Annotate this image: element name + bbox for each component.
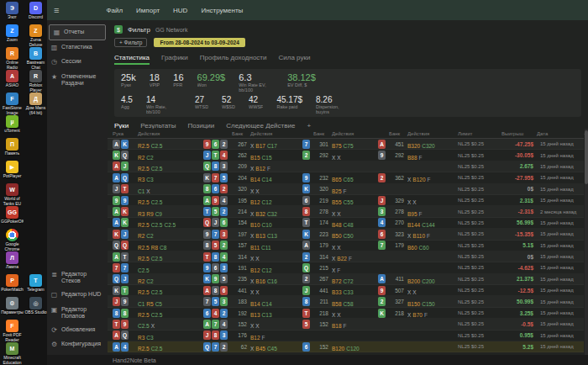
summary-row-2: 4.5Agg14Win Rate, bb/10027WTSD52W$SD42WW… <box>121 95 575 115</box>
sidebar-item-marked-hands[interactable]: ★Отмеченные Раздачи <box>47 70 108 90</box>
action-token: F <box>424 312 428 318</box>
limit-cell: NL25 $0.25 <box>458 344 501 349</box>
date-range-chip[interactable]: From 28-08-2024 to 03-09-2024 <box>154 38 244 47</box>
sidebar-item-configuration[interactable]: ⚙Конфигурация <box>47 337 108 352</box>
river-pot: 323 <box>389 231 407 237</box>
hole-cards: AK <box>113 140 138 149</box>
flop-pot: 267 <box>232 141 250 147</box>
desktop-icon-bastream[interactable]: BBastream Chat <box>24 47 47 71</box>
desktop-icon-foxit[interactable]: FFoxit PDF Reader <box>1 320 24 343</box>
sidebar-item-updates[interactable]: ⟳Обновления <box>47 323 108 337</box>
flop-cards: A86 <box>203 286 232 295</box>
marked-hands-icon: ★ <box>50 73 58 81</box>
add-filter-button[interactable]: + Фильтр <box>114 38 147 47</box>
hand-row[interactable]: A4R2.5C2.5Q7262XB45C456152B120C120NL25 $… <box>108 341 584 352</box>
desktop-icon-ggpokerok[interactable]: GGGGPokerOK <box>1 206 24 225</box>
menu-hud[interactable]: HUD <box>173 7 187 14</box>
stat-wtsd: 27WTSD <box>195 95 208 109</box>
river-pot: 292 <box>389 152 407 158</box>
card-chip: 8 <box>121 309 129 318</box>
sidebar-item-reports[interactable]: ▦Отчеты <box>49 24 106 40</box>
sidebar-item-statistics[interactable]: ▥Статистика <box>47 40 108 55</box>
card-chip: 4 <box>220 252 228 262</box>
network-selector[interactable]: GG Network <box>155 27 188 33</box>
desktop-icon-zuma[interactable]: ZZuma Deluxe <box>24 24 47 48</box>
card-chip: 6 <box>220 218 228 227</box>
ggpokerok-icon: GG <box>6 206 18 219</box>
desktop-icon-pokermatch[interactable]: PPokerMatch <box>1 274 24 293</box>
limit-cell: NL25 $0.25 <box>458 243 501 248</box>
card-chip: Q <box>113 274 120 283</box>
hole-cards: J9 <box>113 297 138 306</box>
desktop-icon-minecraft[interactable]: MMinecraft Education <box>1 342 24 365</box>
sidebar-item-label: Статистика <box>61 44 92 50</box>
desktop-icon-obs[interactable]: ◎OBS Studio <box>24 297 47 315</box>
desktop-icon-label: Дом Mans (64 bit) <box>24 106 47 116</box>
table-scrollbar[interactable] <box>585 129 588 355</box>
sidebar-item-popup-editor[interactable]: ▣Редактор Попапов <box>47 303 108 323</box>
action-token: B45 <box>255 346 265 352</box>
date-cell: 15 дней назад <box>537 220 584 225</box>
desktop-icon-potplayer[interactable]: ▶PotPlayer <box>1 161 24 179</box>
card-chip: A <box>203 286 211 295</box>
card-chip: T <box>203 252 211 262</box>
chrome-icon <box>6 229 18 241</box>
menu-tools[interactable]: Инструменты <box>201 7 243 14</box>
menu-import[interactable]: Импорт <box>136 7 160 14</box>
turn-pot: 267 <box>313 276 332 282</box>
desktop-icon-parametry[interactable]: ⚙Параметры <box>1 297 24 315</box>
desktop-icon-telegram[interactable]: TTelegram <box>24 274 47 293</box>
desktop-icon-label: Google Chrome <box>1 242 24 252</box>
flop-pot: 314 <box>232 254 250 260</box>
card-chip: J <box>203 331 211 340</box>
flop-pot: 262 <box>232 152 250 158</box>
scrollbar-thumb[interactable] <box>585 130 588 184</box>
desktop-icon-utorrent[interactable]: µuTorrent <box>1 115 24 134</box>
desktop-icon-online-radio[interactable]: ROnline Radio <box>1 47 24 71</box>
desktop-icon-label: ASIAO <box>1 83 24 88</box>
won-cell: 2.67$ <box>501 163 537 169</box>
tab-statistics[interactable]: Статистика <box>114 54 150 65</box>
desktop-icon-chrome[interactable]: Google Chrome <box>1 229 24 252</box>
hamburger-menu-icon[interactable]: ≡ <box>54 6 59 15</box>
card-chip: T <box>121 184 129 193</box>
hole-cards: KJ <box>113 230 138 239</box>
desktop-icon-lampa[interactable]: ЛЛампа <box>1 251 24 270</box>
stat-value: 16 <box>173 72 183 82</box>
desktop-icon-ezot[interactable]: ЭЭзот <box>1 2 24 20</box>
turn-pot: 232 <box>313 175 332 181</box>
sidebar-item-stacks-editor[interactable]: ≣Редактор Стеков <box>47 267 108 288</box>
sidebar-item-hud-editor[interactable]: ▢Редактор HUD <box>47 288 108 302</box>
desktop-icon-wot[interactable]: WWorld of Tanks EU <box>1 183 24 207</box>
stat-label: VPIP <box>150 82 160 87</box>
desktop-icon-asiao[interactable]: AASIAO <box>1 70 24 88</box>
discord-icon: D <box>29 2 42 14</box>
card-chip: 5 <box>302 320 310 329</box>
limit-cell: NL25 $0.25 <box>458 153 501 158</box>
card-chip: Q <box>121 173 129 182</box>
card-chip: A <box>113 342 120 352</box>
sidebar-item-label: Отмеченные Раздачи <box>61 73 104 87</box>
card-chip: A <box>203 320 211 329</box>
desktop-icon-zoom[interactable]: ZZoom <box>1 24 24 43</box>
card-chip: 3 <box>220 230 228 239</box>
tab-hand-strength[interactable]: Сила руки <box>278 54 310 65</box>
hole-cards: QQ <box>113 241 138 250</box>
desktop-icon-faststone[interactable]: FFastStone Image Viewer <box>1 93 24 116</box>
river-card: K <box>378 309 389 318</box>
tab-graphs[interactable]: Графики <box>161 54 188 65</box>
desktop-icon-roblox[interactable]: RRoblox Player <box>24 70 47 93</box>
desktop-icon-dom-mans[interactable]: ДДом Mans (64 bit) <box>24 93 47 116</box>
menubar-items: ФайлИмпортHUDИнструменты <box>106 7 243 14</box>
menu-file[interactable]: Файл <box>106 7 123 14</box>
won-cell: 50.99$ <box>501 299 537 304</box>
turn-card: K <box>302 230 313 239</box>
tab-profitability[interactable]: Профиль доходности <box>200 54 267 65</box>
date-cell: 15 дней назад <box>537 153 584 158</box>
updates-icon: ⟳ <box>50 326 58 334</box>
desktop-icon-discord[interactable]: DDiscord <box>24 2 47 20</box>
river-pot: 507 <box>389 288 407 294</box>
card-chip: 2 <box>220 140 228 149</box>
desktop-icon-pamyat[interactable]: ППамять <box>1 138 24 156</box>
sidebar-item-sessions[interactable]: ◷Сессии <box>47 55 108 69</box>
